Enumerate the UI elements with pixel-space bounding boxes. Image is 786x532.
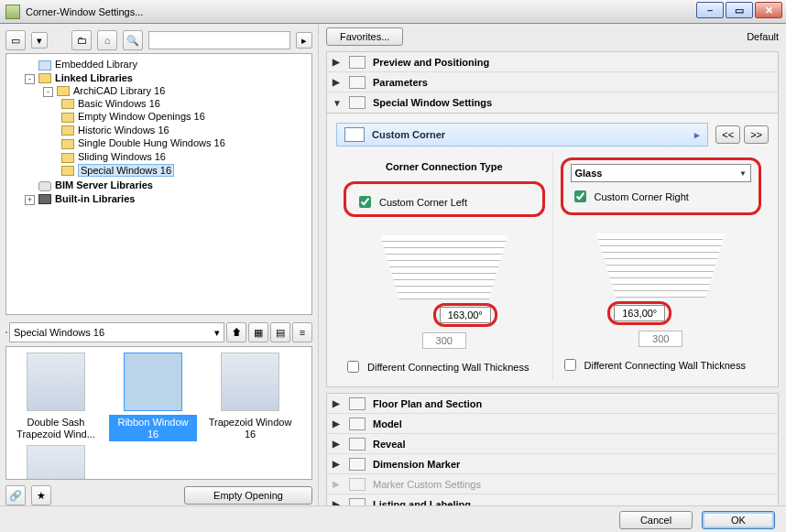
width-left-input[interactable]: 300 — [422, 332, 466, 349]
tree-embedded[interactable]: Embedded Library — [23, 58, 311, 71]
thumbnail-grid: Double Sash Trapezoid Wind... Ribbon Win… — [5, 346, 312, 480]
cancel-button[interactable]: Cancel — [619, 511, 693, 529]
param-link-icon[interactable]: 🔗 — [5, 485, 26, 505]
tree-folder-historic[interactable]: Historic Windows 16 — [60, 124, 311, 137]
angle-left-input[interactable]: 163,00° — [440, 307, 491, 323]
custom-corner-chip[interactable]: Custom Corner ▸ — [336, 123, 708, 147]
dropdown-toggle[interactable]: ▾ — [31, 32, 48, 49]
settings-pane: Favorites... Default ▶Preview and Positi… — [319, 24, 786, 505]
tree-archicad[interactable]: -ArchiCAD Library 16 Basic Windows 16 Em… — [41, 84, 311, 179]
thumb-double-sash[interactable]: Double Sash Trapezoid Wind... — [12, 353, 100, 441]
chk-diffwall-right[interactable] — [564, 359, 576, 371]
tree-builtin[interactable]: +Built-in Libraries — [23, 192, 311, 206]
view-small-icon[interactable]: ▤ — [270, 322, 290, 342]
titlebar: Corner-Window Settings... – ▭ ✕ — [0, 0, 786, 24]
tree-linked[interactable]: -Linked Libraries -ArchiCAD Library 16 B… — [23, 71, 311, 179]
empty-opening-button[interactable]: Empty Opening — [184, 486, 312, 505]
section-floorplan[interactable]: ▶Floor Plan and Section — [327, 394, 778, 414]
thumb-trapezoid[interactable]: Trapezoid Window 16 — [206, 353, 294, 441]
tree-bim[interactable]: BIM Server Libraries — [23, 179, 311, 192]
maximize-button[interactable]: ▭ — [726, 2, 753, 18]
chk-diffwall-left[interactable] — [347, 361, 359, 373]
section-listing[interactable]: ▶Listing and Labeling — [327, 494, 778, 505]
search-input[interactable] — [148, 31, 290, 49]
tree-folder-special[interactable]: Special Windows 16 — [60, 164, 311, 178]
favorites-icon[interactable]: ★ — [31, 485, 51, 505]
search-icon[interactable]: 🔍 — [123, 30, 143, 50]
path-combo[interactable]: Special Windows 16▾ — [9, 322, 224, 342]
plan-view-icon[interactable]: ▭ — [5, 30, 26, 50]
thumb-ribbon[interactable]: Ribbon Window 16 — [109, 353, 197, 441]
diffwall-left[interactable]: Different Connecting Wall Thickness — [344, 358, 545, 375]
up-folder-button[interactable]: 🡅 — [226, 322, 246, 342]
subtype-tree-icon[interactable]: ⌂ — [97, 30, 117, 50]
close-button[interactable]: ✕ — [755, 2, 782, 18]
highlight-right: Glass▼ Custom Corner Right — [561, 157, 762, 215]
tree-folder-sdh[interactable]: Single Double Hung Windows 16 — [60, 136, 311, 150]
left-diagram — [344, 226, 545, 299]
custom-corner-left-check[interactable]: Custom Corner Left — [355, 193, 533, 211]
window-title: Corner-Window Settings... — [26, 6, 143, 17]
section-dimmarker[interactable]: ▶Dimension Marker — [327, 454, 778, 474]
section-preview[interactable]: ▶Preview and Positioning — [327, 52, 778, 72]
width-right-input[interactable]: 300 — [639, 331, 682, 347]
prev-panel-button[interactable]: << — [715, 125, 740, 144]
right-diagram — [561, 224, 762, 298]
chk-left[interactable] — [359, 196, 371, 208]
library-pane: ▭ ▾ 🗀 ⌂ 🔍 ▸ Embedded Library -Linked Lib… — [0, 24, 319, 505]
search-go[interactable]: ▸ — [296, 32, 312, 49]
chk-right[interactable] — [574, 190, 586, 202]
view-large-icon[interactable]: ▦ — [248, 322, 268, 342]
diffwall-right[interactable]: Different Connecting Wall Thickness — [561, 356, 762, 374]
view-list-icon[interactable]: ≡ — [292, 322, 312, 342]
section-special[interactable]: ▼Special Window Settings — [327, 92, 778, 113]
minimize-button[interactable]: – — [696, 2, 724, 18]
angle-right-input[interactable]: 163,00° — [614, 305, 665, 321]
folder-icon — [5, 331, 7, 333]
ok-button[interactable]: OK — [702, 511, 775, 529]
dialog-buttons: Cancel OK — [0, 505, 786, 532]
favorites-button[interactable]: Favorites... — [326, 27, 403, 46]
section-reveal[interactable]: ▶Reveal — [327, 434, 778, 454]
corner-icon — [344, 127, 365, 142]
tree-folder-empty[interactable]: Empty Window Openings 16 — [60, 110, 311, 124]
section-parameters[interactable]: ▶Parameters — [327, 72, 778, 92]
tree-folder-basic[interactable]: Basic Windows 16 — [60, 97, 311, 111]
library-tree[interactable]: Embedded Library -Linked Libraries -Arch… — [5, 53, 312, 315]
section-markercustom: ▶Marker Custom Settings — [327, 474, 778, 494]
section-model[interactable]: ▶Model — [327, 414, 778, 434]
left-heading: Corner Connection Type — [344, 157, 545, 176]
glass-combo[interactable]: Glass▼ — [571, 164, 752, 182]
special-panel: Custom Corner ▸ << >> Corner Connection … — [326, 114, 779, 387]
app-icon — [5, 5, 20, 19]
highlight-left: Custom Corner Left — [344, 181, 545, 217]
custom-corner-right-check[interactable]: Custom Corner Right — [571, 188, 752, 205]
default-label[interactable]: Default — [747, 31, 779, 42]
folder-tree-icon[interactable]: 🗀 — [71, 30, 92, 50]
next-panel-button[interactable]: >> — [744, 125, 769, 144]
thumb-vent[interactable]: Vent Window 16 — [12, 445, 100, 480]
tree-folder-sliding[interactable]: Sliding Windows 16 — [60, 150, 311, 164]
